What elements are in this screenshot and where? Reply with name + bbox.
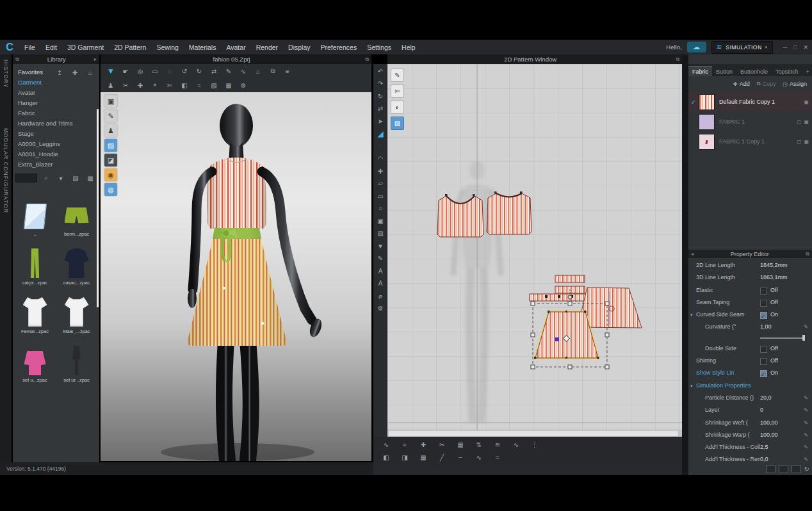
tab-topstitch[interactable]: Topstitch [772,67,802,76]
rectangle-tool[interactable]: ▭ [374,191,387,200]
pattern-cut-icon[interactable]: ✄ [391,85,404,98]
elastic-tool[interactable]: ≋ [491,439,504,450]
internal-polygon-tool[interactable]: ▣ [374,216,387,225]
free-sewing-tool[interactable]: ≈ [398,439,411,450]
flip-icon[interactable]: ⇄ [374,104,387,113]
redo-icon[interactable]: ↷ [374,79,387,88]
menu-display[interactable]: Display [283,44,315,51]
scissors-tool[interactable]: ✄ [163,80,176,91]
list-item-setup-dark[interactable]: set ur...zpac [56,336,97,384]
scene-icon[interactable]: ◍ [104,183,117,196]
zoom-out-button[interactable] [779,465,788,473]
undo-icon[interactable]: ↶ [374,67,387,76]
list-item-bermuda[interactable]: berm...zpac [56,190,97,238]
dashed-line-tool[interactable]: ┄ [454,452,467,463]
fabric-link-icon[interactable]: ▣ [804,139,809,145]
popout-icon[interactable]: ⧉ [13,56,22,63]
add-fabric-button[interactable]: ✚Add [733,81,750,87]
simulate-button[interactable]: ▼ [104,66,117,77]
tab-add-button[interactable]: + [802,67,812,76]
edit-curve-tool[interactable]: ◠ [374,154,387,163]
sidebar-item-garment[interactable]: Garment [13,77,99,88]
search-dropdown-icon[interactable]: ▾ [54,173,67,184]
library-home-icon[interactable]: ⌂ [84,67,97,78]
sidebar-item-hanger[interactable]: Hanger [13,98,99,108]
checkbox-on[interactable] [760,370,767,377]
redo-icon[interactable]: ↻ [193,66,206,77]
pin-2d-tool[interactable]: ◧ [380,452,393,463]
menu-2d-pattern[interactable]: 2D Pattern [109,44,151,51]
curvature-slider[interactable] [688,334,812,343]
document-tab[interactable]: fahion 05.Zprj [101,56,362,63]
library-up-icon[interactable]: ↥ [53,67,66,78]
checkbox-off[interactable] [760,300,767,307]
list-item-casaco[interactable]: casac...zpac [56,238,97,287]
scroll-box[interactable] [766,465,775,473]
detach-sewing-tool[interactable]: ✂ [435,439,448,450]
tab-button[interactable]: Button [712,67,736,76]
menu-render[interactable]: Render [251,44,283,51]
menu-sewing[interactable]: Sewing [151,44,183,51]
flip-view-icon[interactable]: ⇄ [207,66,220,77]
lasso-select-tool[interactable]: ◌ [163,66,176,77]
measure-2d-tool[interactable]: ⌀ [374,291,387,300]
edit-sewing-tool[interactable]: ✚ [417,439,430,450]
add-point-tool[interactable]: ✚ [374,166,387,175]
popout-icon[interactable]: ⧉ [673,56,682,63]
zoom-in-button[interactable] [792,465,801,473]
edit-pattern-tool[interactable]: ◢ [374,129,387,138]
sync-tool[interactable]: ≡ [281,66,294,77]
fabric-link-icon[interactable]: ▣ [804,119,809,125]
search-icon[interactable]: ⌕ [40,173,53,184]
fabric-link-icon[interactable]: ▣ [804,99,809,105]
tack-tool[interactable]: ◨ [398,452,411,463]
pen-icon[interactable]: ✎ [391,69,404,82]
sidebar-item-fabric[interactable]: Fabric [13,108,99,118]
grading-tool[interactable]: ⚙ [374,304,387,313]
list-item-calca[interactable]: calça...zpac [14,238,56,287]
sidebar-item-blazer[interactable]: Extra_Blazer [13,159,99,170]
fabric-swatch[interactable] [699,114,715,130]
rect-select-tool[interactable]: ▭ [149,66,161,77]
info-icon[interactable]: ◐ [391,101,404,114]
pin-tool[interactable]: ✚ [134,80,147,91]
fabric-row-2[interactable]: FABRIC 1 Copy 1 ◻▣ [688,132,812,151]
menu-edit[interactable]: Edit [40,44,62,51]
curve-tool[interactable]: ∿ [473,452,485,463]
text-tool[interactable]: A [374,266,387,275]
tab-buttonhole[interactable]: Buttonhole [736,67,772,76]
close-button[interactable]: ✕ [803,44,808,51]
edit-icon[interactable]: ✎ [804,453,808,466]
sidebar-item-avatar[interactable]: Avatar [13,88,99,98]
line-tool[interactable]: ╱ [435,452,448,463]
refresh-icon[interactable]: ↻ [804,466,809,473]
canvas-2d-hscrollbar[interactable] [387,430,682,437]
menu-file[interactable]: File [19,44,40,51]
list-item-male-tee[interactable]: Male_...zpac [56,287,97,336]
checkbox-off[interactable] [760,358,767,365]
view-grid-icon[interactable]: ▦ [84,173,97,184]
fabric-swatch[interactable] [699,134,715,150]
style-line-icon[interactable]: ✎ [104,110,117,122]
internal-rect-tool[interactable]: ▤ [374,229,387,238]
hand-tool[interactable]: ☛ [119,66,132,77]
rotate-icon[interactable]: ↻ [374,92,387,101]
fabric-row-1[interactable]: FABRIC 1 ◻▣ [688,112,812,131]
sidebar-item-hoodie[interactable]: A0001_Hoodie [13,149,99,159]
edit-icon[interactable]: ✎ [804,321,808,333]
tab-fabric[interactable]: Fabric [688,66,712,76]
search-input[interactable] [15,174,37,182]
shirring-tool[interactable]: ∿ [510,439,523,450]
press-icon[interactable]: ◪ [104,154,117,166]
checkbox-off[interactable] [760,288,767,295]
list-item-setup-pink[interactable]: set u...zpac [14,336,56,384]
show-garment-icon[interactable]: ▣ [104,95,117,108]
simulation-button[interactable]: ≋ SIMULATION ▾ [711,41,773,54]
annotation-tool[interactable]: A [374,279,387,288]
pattern-2d-canvas[interactable]: ✎✄◐▨ [387,64,682,430]
maximize-button[interactable]: □ [793,44,797,51]
avatar-tool[interactable]: ♟ [104,80,117,91]
measure-tool[interactable]: ⌖ [149,80,161,91]
list-item-female-tee[interactable]: Femal...zpac [14,287,56,336]
edit-icon[interactable]: ✎ [804,392,808,404]
